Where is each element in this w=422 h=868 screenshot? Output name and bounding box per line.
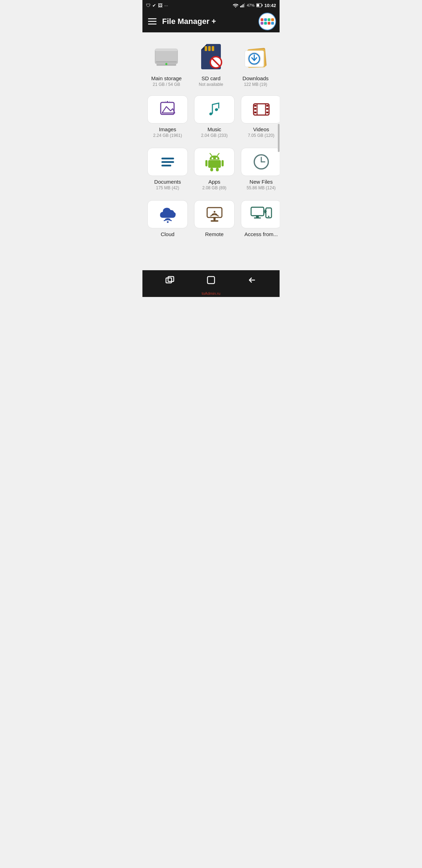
svg-rect-44 xyxy=(208,160,221,168)
music-label: Music xyxy=(207,126,221,132)
main-storage-sublabel: 21 GB / 54 GB xyxy=(153,82,180,87)
main-storage-icon xyxy=(151,41,182,72)
home-button[interactable] xyxy=(200,273,222,287)
shield-icon: 🛡 xyxy=(146,3,151,8)
svg-rect-0 xyxy=(240,6,241,7)
downloads-label: Downloads xyxy=(243,75,269,81)
cloud-item[interactable]: Cloud xyxy=(146,198,189,242)
recents-button[interactable] xyxy=(159,273,180,287)
time-display: 10:42 xyxy=(264,3,276,8)
svg-rect-33 xyxy=(254,112,256,113)
back-button[interactable] xyxy=(242,273,263,287)
status-right: 47% 10:42 xyxy=(233,3,276,8)
svg-rect-31 xyxy=(254,105,256,107)
main-content: Main storage 21 GB / 54 GB xyxy=(142,32,280,270)
svg-rect-45 xyxy=(205,160,207,166)
main-storage-label: Main storage xyxy=(151,75,182,81)
sd-card-item[interactable]: SD card Not available xyxy=(191,38,232,91)
storage-grid: Main storage 21 GB / 54 GB xyxy=(146,38,276,91)
svg-rect-36 xyxy=(266,112,268,113)
image-icon: 🖼 xyxy=(158,3,162,8)
remote-label: Remote xyxy=(205,231,224,237)
categories-grid: Images 2.24 GB (1961) Music 2.04 GB (233… xyxy=(146,93,276,242)
images-label: Images xyxy=(159,126,176,132)
app-title: File Manager + xyxy=(162,17,266,26)
sd-card-label: SD card xyxy=(202,75,220,81)
downloads-icon xyxy=(240,41,271,72)
wifi-icon xyxy=(233,3,238,7)
svg-rect-64 xyxy=(207,277,215,284)
svg-rect-15 xyxy=(205,46,207,51)
svg-point-56 xyxy=(213,211,215,213)
apps-icon-wrap xyxy=(194,148,235,176)
svg-rect-37 xyxy=(161,158,174,159)
svg-point-52 xyxy=(167,221,168,223)
signal-icon xyxy=(240,3,245,7)
svg-point-43 xyxy=(216,158,217,159)
svg-rect-12 xyxy=(156,61,177,63)
downloads-item[interactable]: Downloads 122 MB (19) xyxy=(235,38,276,91)
music-icon-wrap xyxy=(194,95,235,123)
cloud-label: Cloud xyxy=(161,231,174,237)
apps-item[interactable]: Apps 2.08 GB (89) xyxy=(193,146,236,195)
svg-rect-55 xyxy=(211,220,218,222)
status-icons: 🛡 ✔ 🖼 ··· xyxy=(146,3,168,8)
new-files-item[interactable]: New Files 55.86 MB (124) xyxy=(239,146,280,195)
images-sublabel: 2.24 GB (1961) xyxy=(153,133,182,138)
apps-sublabel: 2.08 GB (89) xyxy=(202,185,226,190)
check-icon: ✔ xyxy=(152,3,156,8)
images-item[interactable]: Images 2.24 GB (1961) xyxy=(146,93,189,142)
svg-rect-5 xyxy=(257,4,259,7)
svg-rect-6 xyxy=(262,5,262,6)
svg-rect-35 xyxy=(266,108,268,110)
more-icon: ··· xyxy=(164,3,168,8)
videos-label: Videos xyxy=(253,126,269,132)
svg-rect-48 xyxy=(216,168,219,171)
svg-rect-63 xyxy=(168,277,174,281)
music-item[interactable]: Music 2.04 GB (233) xyxy=(193,93,236,142)
svg-rect-39 xyxy=(161,165,171,166)
svg-line-40 xyxy=(210,153,212,156)
svg-point-14 xyxy=(165,63,167,65)
avatar[interactable] xyxy=(258,13,276,30)
access-from-item[interactable]: Access from... xyxy=(239,198,280,242)
svg-rect-46 xyxy=(222,160,224,166)
battery-icon xyxy=(256,3,263,7)
svg-rect-34 xyxy=(266,105,268,107)
main-storage-item[interactable]: Main storage 21 GB / 54 GB xyxy=(146,38,187,91)
remote-icon-wrap xyxy=(194,200,235,228)
access-from-label: Access from... xyxy=(244,231,278,237)
new-files-sublabel: 55.86 MB (124) xyxy=(247,185,276,190)
documents-icon-wrap xyxy=(147,148,188,176)
watermark: toAdmin.ru xyxy=(142,290,280,297)
svg-rect-32 xyxy=(254,108,256,110)
videos-item[interactable]: Videos 7.05 GB (120) xyxy=(239,93,280,142)
header: File Manager + ⋮ xyxy=(142,11,280,32)
downloads-sublabel: 122 MB (19) xyxy=(244,82,267,87)
svg-rect-57 xyxy=(251,207,264,216)
remote-item[interactable]: Remote xyxy=(193,198,236,242)
svg-rect-17 xyxy=(212,46,214,51)
svg-rect-9 xyxy=(148,24,156,25)
svg-point-61 xyxy=(268,216,269,217)
svg-rect-58 xyxy=(256,216,259,217)
svg-point-42 xyxy=(211,158,213,159)
svg-rect-38 xyxy=(161,161,174,163)
scroll-indicator xyxy=(278,124,280,152)
svg-line-41 xyxy=(217,153,219,156)
svg-rect-62 xyxy=(166,278,172,283)
new-files-icon-wrap xyxy=(241,148,280,176)
apps-label: Apps xyxy=(208,179,220,185)
documents-item[interactable]: Documents 175 MB (42) xyxy=(146,146,189,195)
sd-card-sublabel: Not available xyxy=(199,82,223,87)
menu-button[interactable] xyxy=(148,18,156,25)
svg-rect-11 xyxy=(155,49,178,51)
images-icon-wrap xyxy=(147,95,188,123)
battery-text: 47% xyxy=(247,3,255,7)
svg-rect-1 xyxy=(241,5,242,7)
sd-card-icon xyxy=(195,41,227,72)
svg-rect-3 xyxy=(244,3,245,7)
status-bar: 🛡 ✔ 🖼 ··· 47% 10:42 xyxy=(142,0,280,11)
access-from-icon-wrap xyxy=(241,200,280,228)
svg-rect-7 xyxy=(148,18,156,19)
